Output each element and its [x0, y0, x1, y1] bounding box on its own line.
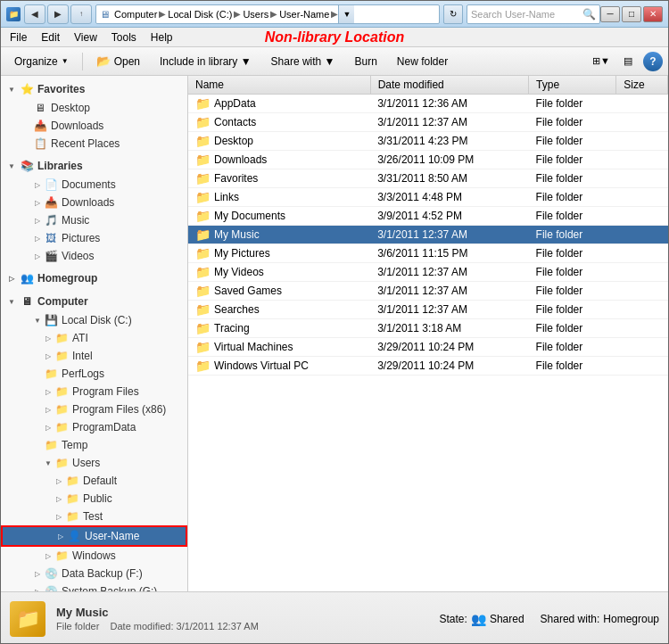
desktop-icon: 🖥 — [33, 101, 47, 115]
view-toggle-button[interactable]: ⊞▼ — [590, 52, 613, 71]
burn-button[interactable]: Burn — [346, 50, 384, 73]
computer-header[interactable]: ▼ 🖥 Computer — [1, 292, 187, 311]
sidebar-item-username[interactable]: ▷ 👤 User-Name — [1, 525, 187, 547]
new-folder-button[interactable]: New folder — [389, 50, 456, 73]
sidebar-item-public[interactable]: ▷ 📁 Public — [1, 490, 187, 508]
address-dropdown[interactable]: ▼ — [338, 4, 354, 24]
col-date[interactable]: Date modified — [370, 76, 528, 95]
sidebar-item-intel[interactable]: ▷ 📁 Intel — [1, 347, 187, 365]
desktop-label: Desktop — [51, 102, 90, 114]
toolbar: Organize ▼ 📂 Open Include in library ▼ S… — [1, 47, 668, 76]
sidebar-item-downloads[interactable]: 📥 Downloads — [1, 117, 187, 135]
sidebar-item-perflogs[interactable]: 📁 PerfLogs — [1, 365, 187, 383]
sidebar-item-local-disk[interactable]: ▼ 💾 Local Disk (C:) — [1, 311, 187, 329]
help-button[interactable]: ? — [643, 52, 663, 71]
table-row[interactable]: 📁 Links 3/3/2011 4:48 PM File folder — [188, 188, 668, 207]
col-size[interactable]: Size — [616, 76, 668, 95]
bc-users[interactable]: Users — [243, 9, 268, 20]
table-row[interactable]: 📁 AppData 3/1/2011 12:36 AM File folder — [188, 95, 668, 113]
users-label: Users — [72, 457, 100, 469]
menu-edit[interactable]: Edit — [36, 29, 65, 45]
close-button[interactable]: ✕ — [643, 6, 663, 22]
maximize-button[interactable]: □ — [622, 6, 641, 22]
sidebar-item-data-backup[interactable]: ▷ 💿 Data Backup (F:) — [1, 565, 187, 582]
sidebar-item-recent-places[interactable]: 📋 Recent Places — [1, 135, 187, 153]
refresh-button[interactable]: ↻ — [443, 4, 463, 24]
computer-toggle: ▼ — [6, 296, 17, 307]
title-bar-left: 📁 ◀ ▶ ↑ 🖥 Computer ▶ Local Disk (C:) ▶ U… — [6, 4, 600, 24]
table-row[interactable]: 📁 My Videos 3/1/2011 12:37 AM File folde… — [188, 263, 668, 282]
minimize-button[interactable]: ─ — [600, 6, 620, 22]
search-box[interactable]: Search User-Name 🔍 — [467, 4, 600, 24]
table-row[interactable]: 📁 Virtual Machines 3/29/2011 10:24 PM Fi… — [188, 338, 668, 357]
menu-view[interactable]: View — [69, 29, 103, 45]
row-type: File folder — [529, 207, 616, 226]
table-row[interactable]: 📁 Windows Virtual PC 3/29/2011 10:24 PM … — [188, 357, 668, 376]
organize-button[interactable]: Organize ▼ — [6, 50, 77, 73]
up-button[interactable]: ↑ — [70, 4, 92, 24]
nav-buttons: ◀ ▶ ↑ — [24, 4, 92, 24]
favorites-header[interactable]: ▼ ⭐ Favorites — [1, 79, 187, 99]
bc-username[interactable]: User-Name — [279, 9, 329, 20]
search-placeholder: Search User-Name — [471, 9, 582, 20]
back-button[interactable]: ◀ — [24, 4, 45, 24]
status-type: File folder — [56, 621, 99, 632]
windows-label: Windows — [72, 549, 116, 562]
row-date: 3/1/2011 12:37 AM — [370, 113, 528, 132]
bc-computer[interactable]: Computer — [114, 9, 157, 20]
table-row[interactable]: 📁 Saved Games 3/1/2011 12:37 AM File fol… — [188, 282, 668, 301]
sidebar-item-desktop[interactable]: 🖥 Desktop — [1, 99, 187, 117]
file-list-scroll[interactable]: Name Date modified Type Size 📁 AppData 3… — [188, 76, 668, 591]
row-type: File folder — [529, 301, 616, 319]
sidebar-item-temp[interactable]: 📁 Temp — [1, 436, 187, 454]
sidebar-item-documents[interactable]: ▷ 📄 Documents — [1, 176, 187, 194]
sidebar-item-users[interactable]: ▼ 📁 Users — [1, 454, 187, 472]
sidebar-item-videos[interactable]: ▷ 🎬 Videos — [1, 247, 187, 265]
sidebar-item-program-files[interactable]: ▷ 📁 Program Files — [1, 383, 187, 400]
sidebar-item-pictures[interactable]: ▷ 🖼 Pictures — [1, 229, 187, 247]
include-library-button[interactable]: Include in library ▼ — [152, 50, 260, 73]
sidebar-item-ati[interactable]: ▷ 📁 ATI — [1, 329, 187, 347]
address-bar[interactable]: 🖥 Computer ▶ Local Disk (C:) ▶ Users ▶ U… — [95, 4, 440, 24]
row-name: Favorites — [214, 172, 258, 185]
menu-tools[interactable]: Tools — [106, 29, 142, 45]
table-row[interactable]: 📁 My Music 3/1/2011 12:37 AM File folder — [188, 226, 668, 244]
forward-button[interactable]: ▶ — [47, 4, 69, 24]
table-row[interactable]: 📁 Contacts 3/1/2011 12:37 AM File folder — [188, 113, 668, 132]
homegroup-header[interactable]: ▷ 👥 Homegroup — [1, 268, 187, 288]
col-type[interactable]: Type — [529, 76, 616, 95]
ati-icon: 📁 — [54, 331, 69, 345]
table-row[interactable]: 📁 Downloads 3/26/2011 10:09 PM File fold… — [188, 151, 668, 169]
sidebar-item-default[interactable]: ▷ 📁 Default — [1, 472, 187, 490]
program-files-label: Program Files — [72, 385, 139, 398]
row-type: File folder — [529, 132, 616, 151]
col-name[interactable]: Name — [188, 76, 370, 95]
menu-file[interactable]: File — [4, 29, 32, 45]
bc-disk[interactable]: Local Disk (C:) — [168, 9, 232, 20]
test-icon: 📁 — [65, 509, 79, 524]
share-button[interactable]: Share with ▼ — [263, 50, 343, 73]
sidebar-item-windows[interactable]: ▷ 📁 Windows — [1, 547, 187, 565]
sidebar-item-test[interactable]: ▷ 📁 Test — [1, 508, 187, 525]
libraries-header[interactable]: ▼ 📚 Libraries — [1, 156, 187, 176]
open-button[interactable]: 📂 Open — [88, 50, 148, 73]
sidebar-item-music[interactable]: ▷ 🎵 Music — [1, 211, 187, 229]
sidebar-item-program-files-x86[interactable]: ▷ 📁 Program Files (x86) — [1, 400, 187, 418]
sidebar-item-lib-downloads[interactable]: ▷ 📥 Downloads — [1, 194, 187, 211]
state-label: State: — [440, 613, 467, 625]
open-icon: 📂 — [96, 54, 111, 68]
sidebar-item-system-backup[interactable]: ▷ 💿 System Backup (G:) — [1, 582, 187, 591]
table-row[interactable]: 📁 Desktop 3/31/2011 4:23 PM File folder — [188, 132, 668, 151]
sidebar-item-programdata[interactable]: ▷ 📁 ProgramData — [1, 418, 187, 436]
table-row[interactable]: 📁 My Pictures 3/6/2011 11:15 PM File fol… — [188, 244, 668, 263]
status-item-name: My Music — [56, 606, 429, 619]
programdata-expand: ▷ — [44, 423, 53, 432]
menu-help[interactable]: Help — [145, 29, 178, 45]
table-row[interactable]: 📁 Tracing 3/1/2011 3:18 AM File folder — [188, 319, 668, 338]
preview-pane-button[interactable]: ▤ — [616, 52, 640, 71]
table-row[interactable]: 📁 Searches 3/1/2011 12:37 AM File folder — [188, 301, 668, 319]
ati-label: ATI — [72, 332, 88, 344]
table-row[interactable]: 📁 Favorites 3/31/2011 8:50 AM File folde… — [188, 169, 668, 188]
favorites-toggle: ▼ — [6, 84, 17, 95]
table-row[interactable]: 📁 My Documents 3/9/2011 4:52 PM File fol… — [188, 207, 668, 226]
